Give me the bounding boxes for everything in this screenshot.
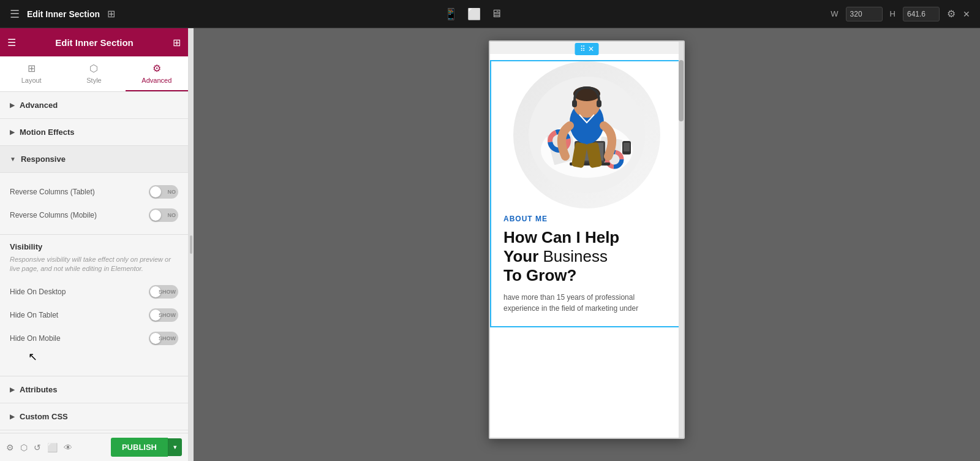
phone-icon[interactable]: 📱 xyxy=(444,7,458,21)
reverse-columns-mobile-toggle[interactable]: NO xyxy=(149,208,178,222)
device-content: ABOUT ME How Can I Help Your Business To… xyxy=(496,215,677,326)
responsive-section-body: Reverse Columns (Tablet) NO Reverse Colu… xyxy=(0,173,188,235)
desktop-icon[interactable]: 🖥 xyxy=(491,7,502,20)
sidebar-hamburger-icon[interactable]: ☰ xyxy=(7,37,16,48)
toggle-no-label: NO xyxy=(168,189,176,195)
tab-advanced[interactable]: ⚙ Advanced xyxy=(126,56,188,91)
close-icon[interactable]: ✕ xyxy=(963,9,970,19)
sidebar-header: ☰ Edit Inner Section ⊞ xyxy=(0,28,188,56)
custom-css-section-header[interactable]: ▶ Custom CSS xyxy=(0,403,188,430)
toggle-knob-mobile xyxy=(150,210,161,221)
tab-layout[interactable]: ⊞ Layout xyxy=(0,56,62,91)
advanced-section-header[interactable]: ▶ Advanced xyxy=(0,92,188,119)
custom-css-chevron-icon: ▶ xyxy=(10,413,15,420)
device-scrollbar[interactable] xyxy=(679,42,684,438)
visibility-title: Visibility xyxy=(10,242,178,251)
sidebar: ☰ Edit Inner Section ⊞ ⊞ Layout ⬡ Style … xyxy=(0,28,189,461)
sidebar-tabs: ⊞ Layout ⬡ Style ⚙ Advanced xyxy=(0,56,188,92)
hide-tablet-row: Hide On Tablet SHOW xyxy=(10,303,178,327)
history-footer-icon[interactable]: ↺ xyxy=(34,443,41,452)
reverse-columns-tablet-row: Reverse Columns (Tablet) NO xyxy=(10,180,178,204)
reverse-columns-mobile-row: Reverse Columns (Mobile) NO xyxy=(10,204,178,227)
element-move-icon[interactable]: ⠿ xyxy=(580,45,586,53)
show-label-mobile: SHOW xyxy=(159,335,176,341)
custom-css-section-label: Custom CSS xyxy=(20,412,68,421)
advanced-tab-label: Advanced xyxy=(141,77,172,84)
canvas-area: ⠿ ✕ xyxy=(194,28,980,461)
layers-footer-icon[interactable]: ⬡ xyxy=(20,443,28,452)
top-bar-right: W H ⚙ ✕ xyxy=(831,7,970,21)
settings-icon[interactable]: ⚙ xyxy=(947,8,956,20)
element-close-icon[interactable]: ✕ xyxy=(588,45,594,53)
heading-text: How Can I Help Your Business To Grow? xyxy=(503,228,670,286)
toggle-knob xyxy=(150,186,161,197)
show-label-tablet: SHOW xyxy=(159,312,176,318)
person-image xyxy=(513,61,660,208)
responsive-chevron-icon: ▼ xyxy=(10,156,16,162)
device-switcher: 📱 ⬜ 🖥 xyxy=(444,7,502,21)
sidebar-footer: ⚙ ⬡ ↺ ⬜ 👁 PUBLISH ▾ xyxy=(0,433,188,461)
visibility-section: Visibility Responsive visibility will ta… xyxy=(0,235,188,376)
hide-desktop-row: Hide On Desktop SHOW xyxy=(10,280,178,303)
hide-mobile-row: Hide On Mobile SHOW xyxy=(10,327,178,350)
grid-icon[interactable]: ⊞ xyxy=(107,8,115,20)
advanced-chevron-icon: ▶ xyxy=(10,102,15,109)
publish-group: PUBLISH ▾ xyxy=(111,438,182,457)
show-label-desktop: SHOW xyxy=(159,289,176,295)
cursor-icon: ↖ xyxy=(28,350,37,364)
layout-tab-label: Layout xyxy=(21,77,42,84)
responsive-section-label: Responsive xyxy=(21,154,66,164)
publish-dropdown-button[interactable]: ▾ xyxy=(168,438,182,456)
advanced-tab-icon: ⚙ xyxy=(153,63,161,74)
eye-footer-icon[interactable]: 👁 xyxy=(64,443,72,452)
heading-line3: To Grow? xyxy=(503,266,576,284)
hide-tablet-toggle[interactable]: SHOW xyxy=(149,308,178,322)
hamburger-icon[interactable]: ☰ xyxy=(10,7,20,21)
sidebar-title: Edit Inner Section xyxy=(55,37,134,48)
motion-effects-chevron-icon: ▶ xyxy=(10,129,15,135)
reverse-columns-mobile-label: Reverse Columns (Mobile) xyxy=(10,211,97,219)
resize-handle[interactable] xyxy=(189,28,194,461)
motion-effects-section-header[interactable]: ▶ Motion Effects xyxy=(0,119,188,146)
sidebar-content: ▶ Advanced ▶ Motion Effects ▼ Responsive… xyxy=(0,92,188,433)
device-frame: ⠿ ✕ xyxy=(489,40,685,439)
footer-icons: ⚙ ⬡ ↺ ⬜ 👁 xyxy=(6,443,72,452)
visibility-note: Responsive visibility will take effect o… xyxy=(10,255,178,274)
style-tab-icon: ⬡ xyxy=(89,63,98,74)
responsive-section-header[interactable]: ▼ Responsive xyxy=(0,146,188,173)
width-label: W xyxy=(831,9,838,18)
element-toolbar: ⠿ ✕ xyxy=(575,43,599,55)
hide-mobile-toggle[interactable]: SHOW xyxy=(149,332,178,345)
height-input[interactable] xyxy=(903,7,940,21)
tablet-icon[interactable]: ⬜ xyxy=(467,7,481,21)
reverse-columns-tablet-toggle[interactable]: NO xyxy=(149,185,178,199)
width-input[interactable] xyxy=(846,7,883,21)
main-layout: ☰ Edit Inner Section ⊞ ⊞ Layout ⬡ Style … xyxy=(0,28,980,461)
svg-rect-15 xyxy=(597,100,601,107)
hide-desktop-label: Hide On Desktop xyxy=(10,288,66,296)
attributes-section-header[interactable]: ▶ Attributes xyxy=(0,376,188,403)
publish-button[interactable]: PUBLISH xyxy=(111,438,168,457)
sidebar-grid-icon[interactable]: ⊞ xyxy=(173,37,181,48)
heading-line1: How Can I Help xyxy=(503,228,619,246)
toggle-no-label-mobile: NO xyxy=(168,212,176,218)
settings-footer-icon[interactable]: ⚙ xyxy=(6,443,14,452)
height-label: H xyxy=(890,9,895,18)
hide-desktop-toggle[interactable]: SHOW xyxy=(149,285,178,299)
heading-bold: Your xyxy=(503,247,538,265)
tab-style[interactable]: ⬡ Style xyxy=(62,56,125,91)
about-label: ABOUT ME xyxy=(503,215,670,223)
body-text: have more than 15 years of professional … xyxy=(503,292,670,314)
style-tab-label: Style xyxy=(86,77,101,84)
motion-effects-section-label: Motion Effects xyxy=(20,128,75,137)
attributes-section-label: Attributes xyxy=(20,385,57,394)
device-scrollbar-thumb xyxy=(679,60,684,121)
resize-handle-inner xyxy=(190,235,192,254)
advanced-section-label: Advanced xyxy=(20,101,58,110)
selected-section: ⠿ ✕ xyxy=(490,60,684,327)
responsive-footer-icon[interactable]: ⬜ xyxy=(47,443,58,452)
top-bar-left: ☰ Edit Inner Section ⊞ xyxy=(10,7,115,21)
top-bar: ☰ Edit Inner Section ⊞ 📱 ⬜ 🖥 W H ⚙ ✕ xyxy=(0,0,980,28)
svg-rect-14 xyxy=(572,100,577,107)
layout-tab-icon: ⊞ xyxy=(28,63,36,74)
